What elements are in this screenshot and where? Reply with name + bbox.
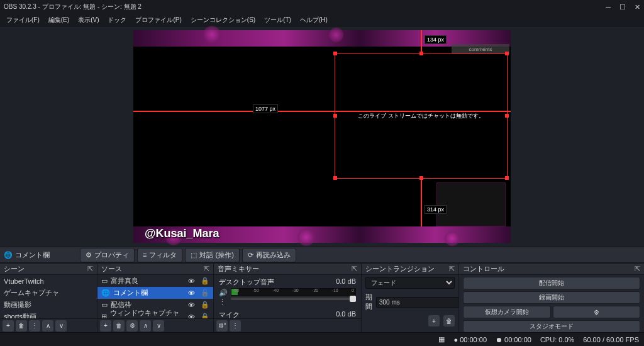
lock-toggle[interactable]: 🔒: [201, 277, 209, 285]
menu-edit[interactable]: 編集(E): [45, 14, 73, 26]
add-scene-button[interactable]: +: [3, 320, 14, 332]
menu-file[interactable]: ファイル(F): [3, 14, 43, 26]
channel-name: デスクトップ音声: [219, 277, 274, 287]
preview-area[interactable]: comments @Kusai_Mara 1077 px このライブ ストリーム…: [0, 26, 644, 247]
source-icon: ▭: [101, 301, 108, 309]
docks-row: シーン⇱ VtuberTwitch ゲームキャプチャ 動画撮影 shorts動画…: [0, 263, 644, 332]
add-transition-button[interactable]: +: [428, 315, 440, 326]
transition-select[interactable]: フェード: [365, 277, 455, 289]
scene-up-button[interactable]: ∧: [42, 320, 53, 332]
scene-item[interactable]: shorts動画: [0, 311, 97, 318]
remove-scene-button[interactable]: 🗑: [16, 320, 27, 332]
source-item[interactable]: ▭富井真良👁🔒: [97, 275, 213, 287]
window-controls: ─ ☐ ✕: [606, 3, 640, 11]
add-source-button[interactable]: +: [100, 320, 111, 332]
virtual-camera-button[interactable]: 仮想カメラ開始: [463, 306, 551, 318]
studio-mode-button[interactable]: スタジオモード: [463, 320, 640, 332]
popout-icon[interactable]: ⇱: [449, 265, 455, 273]
selected-source-name: コメント欄: [15, 250, 50, 260]
controls-dock: コントロール⇱ 配信開始 録画開始 仮想カメラ開始 ⚙ スタジオモード 設定 終…: [459, 264, 644, 332]
slider-thumb[interactable]: [350, 296, 356, 302]
selection-guide-vertical-bottom: [421, 179, 422, 226]
resize-handle-nw[interactable]: [333, 52, 337, 55]
interact-button[interactable]: ⬚対話 (操作): [185, 248, 239, 262]
popout-icon[interactable]: ⇱: [352, 265, 357, 273]
channel-menu-button[interactable]: ⋮: [219, 298, 228, 306]
transitions-body: フェード 期間 ▲▼ + 🗑: [362, 275, 458, 332]
maximize-button[interactable]: ☐: [619, 3, 626, 11]
virtual-camera-config-button[interactable]: ⚙: [553, 306, 641, 318]
transitions-dock: シーントランジション⇱ フェード 期間 ▲▼ + 🗑: [362, 264, 459, 332]
preview-canvas[interactable]: comments @Kusai_Mara 1077 px このライブ ストリーム…: [133, 30, 511, 243]
menu-help[interactable]: ヘルプ(H): [296, 14, 331, 26]
source-toolbar: 🌐 コメント欄 ⚙プロパティ ≡フィルタ ⬚対話 (操作) ⟳再読み込み: [0, 247, 644, 263]
start-streaming-button[interactable]: 配信開始: [463, 277, 640, 289]
refresh-button[interactable]: ⟳再読み込み: [242, 248, 296, 262]
scenes-list[interactable]: VtuberTwitch ゲームキャプチャ 動画撮影 shorts動画 ウィンド…: [0, 275, 97, 318]
popout-icon[interactable]: ⇱: [635, 265, 640, 273]
remove-source-button[interactable]: 🗑: [113, 320, 125, 332]
lock-toggle[interactable]: 🔒: [201, 301, 209, 309]
gear-icon: ⚙: [86, 251, 92, 259]
resize-handle-w[interactable]: [333, 114, 337, 118]
mixer-channel: デスクトップ音声0.0 dB 🔊⋮ -60-50-40-30-20-100: [214, 275, 361, 308]
mixer-menu-button[interactable]: ⋮: [230, 320, 241, 332]
lock-toggle[interactable]: 🔓: [201, 289, 209, 297]
visibility-toggle[interactable]: 👁: [188, 277, 195, 285]
menu-view[interactable]: 表示(V): [74, 14, 103, 26]
sources-list[interactable]: ▭富井真良👁🔒 🌐コメント欄👁🔓 ▭配信枠👁🔒 ⊞ウィンドウキャプチャ 5👁🔒: [97, 275, 213, 318]
overlay-camera-slot: [436, 182, 506, 226]
scene-item[interactable]: 動画撮影: [0, 299, 97, 311]
popout-icon[interactable]: ⇱: [87, 265, 93, 273]
popout-icon[interactable]: ⇱: [204, 265, 209, 273]
duration-input[interactable]: [376, 297, 458, 308]
menu-scenecollection[interactable]: シーンコレクション(S): [187, 14, 259, 26]
mixer-dock: 音声ミキサー⇱ デスクトップ音声0.0 dB 🔊⋮ -60-50-40-30-2…: [214, 264, 362, 332]
dimension-label-bottom: 314 px: [425, 205, 447, 214]
resize-handle-se[interactable]: [505, 176, 509, 180]
volume-slider[interactable]: [231, 298, 356, 300]
filters-button[interactable]: ≡フィルタ: [137, 248, 182, 262]
resize-handle-e[interactable]: [505, 114, 509, 118]
source-down-button[interactable]: ∨: [153, 320, 164, 332]
minimize-button[interactable]: ─: [606, 3, 611, 11]
selection-box[interactable]: このライブ ストリームではチャットは無効です。: [335, 53, 508, 179]
visibility-toggle[interactable]: 👁: [188, 313, 195, 319]
advanced-audio-button[interactable]: ⚙°: [216, 320, 228, 332]
sources-footer: + 🗑 ⚙ ∧ ∨: [97, 318, 213, 332]
mixer-body: デスクトップ音声0.0 dB 🔊⋮ -60-50-40-30-20-100 マイ…: [214, 275, 361, 318]
menu-tools[interactable]: ツール(T): [260, 14, 295, 26]
scene-down-button[interactable]: ∨: [55, 320, 67, 332]
source-up-button[interactable]: ∧: [140, 320, 151, 332]
resize-handle-sw[interactable]: [333, 176, 337, 180]
scenes-dock: シーン⇱ VtuberTwitch ゲームキャプチャ 動画撮影 shorts動画…: [0, 264, 97, 332]
menu-profile[interactable]: プロファイル(P): [131, 14, 185, 26]
controls-header: コントロール⇱: [459, 264, 644, 275]
status-fps: 60.00 / 60.00 FPS: [583, 336, 639, 343]
close-button[interactable]: ✕: [635, 3, 640, 11]
channel-db: 0.0 dB: [336, 310, 356, 318]
source-item[interactable]: 🌐コメント欄👁🔓: [97, 287, 213, 299]
remove-transition-button[interactable]: 🗑: [443, 315, 455, 326]
visibility-toggle[interactable]: 👁: [188, 301, 195, 309]
start-recording-button[interactable]: 録画開始: [463, 291, 640, 304]
scenes-header: シーン⇱: [0, 264, 97, 275]
status-live-time: ● 00:00:00: [453, 336, 487, 343]
mute-button[interactable]: 🔊: [219, 289, 228, 297]
scene-filter-button[interactable]: ⋮: [29, 320, 40, 332]
audio-meter: -60-50-40-30-20-100: [231, 288, 356, 296]
title-bar: OBS 30.2.3 - プロファイル: 無題 - シーン: 無題 2 ─ ☐ …: [0, 0, 644, 14]
scene-item[interactable]: ゲームキャプチャ: [0, 287, 97, 299]
chat-disabled-text: このライブ ストリームではチャットは無効です。: [335, 53, 507, 178]
menu-dock[interactable]: ドック: [104, 14, 130, 26]
selected-source-label: 🌐 コメント欄: [4, 250, 50, 260]
visibility-toggle[interactable]: 👁: [188, 289, 195, 297]
source-properties-button[interactable]: ⚙: [126, 320, 138, 332]
scene-item[interactable]: VtuberTwitch: [0, 275, 97, 287]
source-item[interactable]: ⊞ウィンドウキャプチャ 5👁🔒: [97, 311, 213, 318]
controls-body: 配信開始 録画開始 仮想カメラ開始 ⚙ スタジオモード 設定 終了: [459, 275, 644, 332]
lock-toggle[interactable]: 🔒: [201, 313, 209, 318]
overlay-hex-decoration: [444, 230, 460, 247]
properties-button[interactable]: ⚙プロパティ: [80, 248, 135, 262]
resize-handle-ne[interactable]: [505, 52, 509, 55]
